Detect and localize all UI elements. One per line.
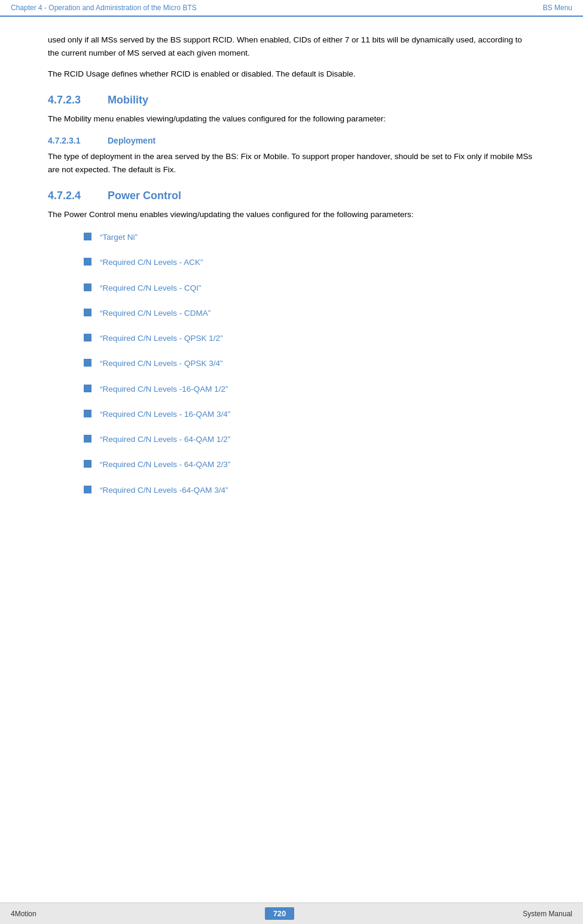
- bullet-icon: [84, 385, 91, 392]
- list-item: “Required C/N Levels -16-QAM 1/2”: [84, 383, 535, 395]
- bullet-text: “Required C/N Levels -64-QAM 3/4”: [100, 484, 228, 496]
- section-4723-heading: 4.7.2.3 Mobility: [48, 94, 535, 106]
- section-4724-body: The Power Control menu enables viewing/u…: [48, 208, 535, 221]
- bullet-icon: [84, 435, 91, 443]
- section-4723-body: The Mobility menu enables viewing/updati…: [48, 112, 535, 126]
- intro-para-1: used only if all MSs served by the BS su…: [48, 33, 535, 59]
- list-item: “Required C/N Levels - CQI”: [84, 282, 535, 294]
- bullet-text: “Required C/N Levels - QPSK 1/2”: [100, 333, 223, 344]
- bullet-text: “Required C/N Levels - CDMA”: [100, 307, 210, 319]
- bullet-icon: [84, 359, 91, 367]
- section-4723-num: 4.7.2.3: [48, 94, 108, 106]
- section-4724-heading: 4.7.2.4 Power Control: [48, 190, 535, 202]
- page-header: Chapter 4 - Operation and Administration…: [0, 0, 583, 17]
- bullet-icon: [84, 258, 91, 266]
- bullet-icon: [84, 410, 91, 417]
- list-item: “Required C/N Levels - 64-QAM 1/2”: [84, 434, 535, 446]
- subsection-47231-body: The type of deployment in the area serve…: [48, 150, 535, 176]
- bullet-text: “Target Ni”: [100, 231, 138, 243]
- bullet-text: “Required C/N Levels - QPSK 3/4”: [100, 358, 223, 370]
- bullet-text: “Required C/N Levels -16-QAM 1/2”: [100, 383, 228, 395]
- header-left: Chapter 4 - Operation and Administration…: [11, 4, 197, 12]
- bullet-text: “Required C/N Levels - ACK”: [100, 257, 203, 269]
- bullet-icon: [84, 309, 91, 316]
- bullet-icon: [84, 460, 91, 468]
- bullet-icon: [84, 486, 91, 493]
- section-4724-title: Power Control: [108, 190, 181, 202]
- section-4723-title: Mobility: [108, 94, 148, 106]
- footer-right: System Manual: [523, 910, 572, 918]
- bullet-icon: [84, 334, 91, 341]
- section-4724-num: 4.7.2.4: [48, 190, 108, 202]
- bullet-icon: [84, 233, 91, 240]
- bullet-text: “Required C/N Levels - 64-QAM 1/2”: [100, 434, 230, 446]
- bullet-icon: [84, 283, 91, 291]
- bullet-text: “Required C/N Levels - 16-QAM 3/4”: [100, 408, 230, 420]
- intro-para-2: The RCID Usage defines whether RCID is e…: [48, 68, 535, 81]
- power-control-bullet-list: “Target Ni”“Required C/N Levels - ACK”“R…: [84, 231, 535, 496]
- list-item: “Required C/N Levels - ACK”: [84, 257, 535, 269]
- subsection-47231-num: 4.7.2.3.1: [48, 136, 108, 145]
- bullet-text: “Required C/N Levels - CQI”: [100, 282, 202, 294]
- list-item: “Required C/N Levels -64-QAM 3/4”: [84, 484, 535, 496]
- list-item: “Required C/N Levels - CDMA”: [84, 307, 535, 319]
- header-right: BS Menu: [543, 4, 572, 12]
- footer-center: 720: [265, 907, 295, 920]
- main-content: used only if all MSs served by the BS su…: [0, 17, 583, 902]
- subsection-47231-heading: 4.7.2.3.1 Deployment: [48, 136, 535, 145]
- page-footer: 4Motion 720 System Manual: [0, 902, 583, 924]
- list-item: “Required C/N Levels - QPSK 1/2”: [84, 333, 535, 344]
- footer-left: 4Motion: [11, 910, 36, 918]
- bullet-text: “Required C/N Levels - 64-QAM 2/3”: [100, 459, 230, 471]
- list-item: “Required C/N Levels - 16-QAM 3/4”: [84, 408, 535, 420]
- subsection-47231-title: Deployment: [108, 136, 155, 145]
- list-item: “Required C/N Levels - QPSK 3/4”: [84, 358, 535, 370]
- list-item: “Required C/N Levels - 64-QAM 2/3”: [84, 459, 535, 471]
- list-item: “Target Ni”: [84, 231, 535, 243]
